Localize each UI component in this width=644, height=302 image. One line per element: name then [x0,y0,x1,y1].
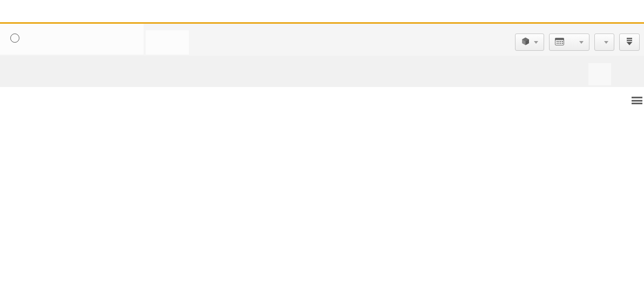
panel-highlight [0,24,144,55]
chevron-down-icon [534,41,538,44]
insight-graph-chart [0,87,644,302]
chevron-down-icon [579,41,584,44]
download-button[interactable] [619,33,640,51]
legend-band [0,56,644,87]
app-header [0,0,644,24]
chevron-down-icon [604,41,608,44]
download-icon [625,37,634,48]
language-button[interactable] [594,33,614,51]
date-range-button[interactable] [549,33,589,51]
product-picker-button[interactable] [515,33,544,51]
info-icon[interactable] [10,33,19,43]
page-title [8,33,19,46]
panel-highlight [588,63,611,85]
toolbar [515,33,640,51]
chart-canvas [0,87,644,302]
calendar-icon [555,37,564,47]
panel-highlight [146,30,189,55]
chart-context-menu-icon[interactable] [632,97,642,106]
cube-icon [521,37,530,48]
